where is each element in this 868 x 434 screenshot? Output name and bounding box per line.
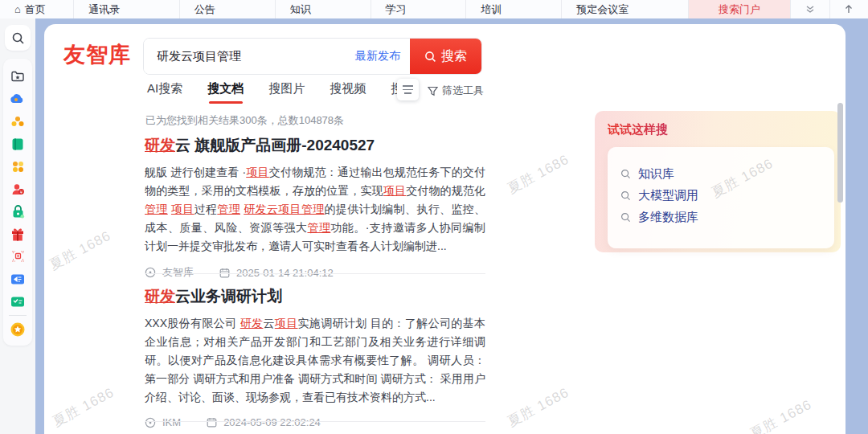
source-globe-icon bbox=[145, 417, 156, 428]
result-title[interactable]: 研发云业务调研计划 bbox=[145, 286, 485, 307]
result-source: IKM bbox=[162, 416, 181, 428]
dots-grid-icon[interactable] bbox=[6, 155, 29, 178]
suggestion-knowledge-base[interactable]: 知识库 bbox=[620, 163, 834, 185]
cloud-icon[interactable] bbox=[6, 88, 29, 110]
filter-tool-button[interactable]: 筛选工具 bbox=[428, 84, 484, 98]
tab-ai-search[interactable]: AI搜索 bbox=[147, 81, 182, 104]
search-button-icon bbox=[424, 51, 436, 63]
green-card-icon[interactable] bbox=[6, 290, 29, 313]
tab-images[interactable]: 搜图片 bbox=[268, 81, 305, 104]
source-globe-icon bbox=[145, 267, 156, 278]
result-divider bbox=[145, 421, 485, 422]
result-source: 友智库 bbox=[162, 265, 194, 280]
latest-release-link[interactable]: 最新发布 bbox=[352, 39, 410, 74]
left-sidebar: ¥ bbox=[0, 18, 35, 434]
result-item-1: 研发云 旗舰版产品画册-20240527 舰版 进行创建查看 ·项目交付物规范：… bbox=[145, 135, 485, 280]
nav-item-contacts[interactable]: 通讯录 bbox=[74, 0, 180, 18]
calendar-icon bbox=[207, 417, 217, 428]
search-input[interactable] bbox=[144, 39, 352, 74]
nav-item-knowledge[interactable]: 知识 bbox=[276, 0, 371, 18]
result-divider bbox=[145, 273, 485, 274]
suggestions-card: 知识库 大模型调用 多维数据库 bbox=[608, 147, 834, 248]
suggestions-title: 试试这样搜 bbox=[608, 122, 831, 137]
calendar-icon bbox=[219, 268, 230, 278]
result-meta: 友智库 2025-01-14 21:04:12 bbox=[145, 265, 485, 280]
folder-star-icon[interactable] bbox=[6, 65, 29, 88]
top-nav: ⌂ 首页 通讯录 公告 知识 学习 培训 预定会议室 搜索门户 bbox=[0, 0, 868, 18]
nav-item-meeting-room[interactable]: 预定会议室 bbox=[562, 0, 689, 18]
result-snippet: XXX股份有限公司 研发云项目实施调研计划 目的：了解公司的基本企业信息；对相关… bbox=[145, 314, 485, 407]
nav-item-search-portal[interactable]: 搜索门户 bbox=[689, 0, 791, 18]
nav-item-label: 首页 bbox=[25, 2, 46, 17]
nav-item-learning[interactable]: 学习 bbox=[371, 0, 467, 18]
result-snippet: 舰版 进行创建查看 ·项目交付物规范：通过输出包规范任务下的交付物的类型，采用的… bbox=[145, 163, 485, 256]
tab-videos[interactable]: 搜视频 bbox=[330, 81, 366, 104]
search-tabs: AI搜索 搜文档 搜图片 搜视频 搜 bbox=[147, 81, 407, 104]
result-date: 2024-05-09 22:02:24 bbox=[223, 416, 321, 428]
search-icon bbox=[620, 169, 631, 179]
menu-handle-icon[interactable] bbox=[397, 79, 419, 100]
search-suggestions-panel: 试试这样搜 知识库 大模型调用 多维数据库 bbox=[595, 111, 841, 252]
org-chart-icon[interactable] bbox=[6, 245, 29, 268]
result-item-2: 研发云业务调研计划 XXX股份有限公司 研发云项目实施调研计划 目的：了解公司的… bbox=[145, 286, 485, 428]
nav-item-training[interactable]: 培训 bbox=[466, 0, 562, 18]
home-icon: ⌂ bbox=[14, 3, 21, 15]
nav-item-announcements[interactable]: 公告 bbox=[180, 0, 276, 18]
search-button[interactable]: 搜索 bbox=[410, 39, 481, 74]
result-date: 2025-01-14 21:04:12 bbox=[236, 267, 334, 279]
video-card-icon[interactable] bbox=[6, 268, 29, 290]
nav-item-home[interactable]: ⌂ 首页 bbox=[0, 0, 74, 18]
search-icon[interactable] bbox=[5, 25, 31, 51]
scrollbar-thumb[interactable] bbox=[837, 103, 843, 203]
result-title[interactable]: 研发云 旗舰版产品画册-20240527 bbox=[145, 135, 485, 156]
sidebar-app-rail: ¥ bbox=[3, 59, 32, 346]
suggestion-multidim-database[interactable]: 多维数据库 bbox=[620, 207, 834, 228]
suggestion-llm-call[interactable]: 大模型调用 bbox=[620, 185, 834, 207]
arrow-up-icon[interactable] bbox=[830, 0, 868, 18]
results-stats: 已为您找到相关结果300条，总数104878条 bbox=[145, 113, 344, 128]
main-content-card: 友智库 最新发布 搜索 AI搜索 搜文档 搜图片 搜视频 搜 筛选工具 已为您找… bbox=[44, 24, 845, 434]
tab-documents[interactable]: 搜文档 bbox=[207, 81, 244, 104]
notebook-icon[interactable] bbox=[6, 133, 29, 155]
lock-check-icon[interactable] bbox=[6, 200, 29, 223]
search-icon bbox=[620, 212, 631, 223]
nav-tools bbox=[791, 0, 868, 18]
funnel-icon bbox=[428, 86, 438, 96]
result-meta: IKM 2024-05-09 22:02:24 bbox=[145, 416, 485, 428]
gift-icon[interactable] bbox=[6, 223, 29, 245]
person-badge-icon[interactable]: ¥ bbox=[6, 178, 29, 200]
sidebar-divider bbox=[9, 315, 27, 316]
app-logo: 友智库 bbox=[63, 40, 131, 69]
search-bar: 最新发布 搜索 bbox=[143, 38, 482, 75]
star-medal-icon[interactable] bbox=[6, 318, 29, 341]
search-icon bbox=[620, 190, 631, 201]
double-chevron-down-icon[interactable] bbox=[791, 0, 830, 18]
team-icon[interactable] bbox=[6, 110, 29, 133]
